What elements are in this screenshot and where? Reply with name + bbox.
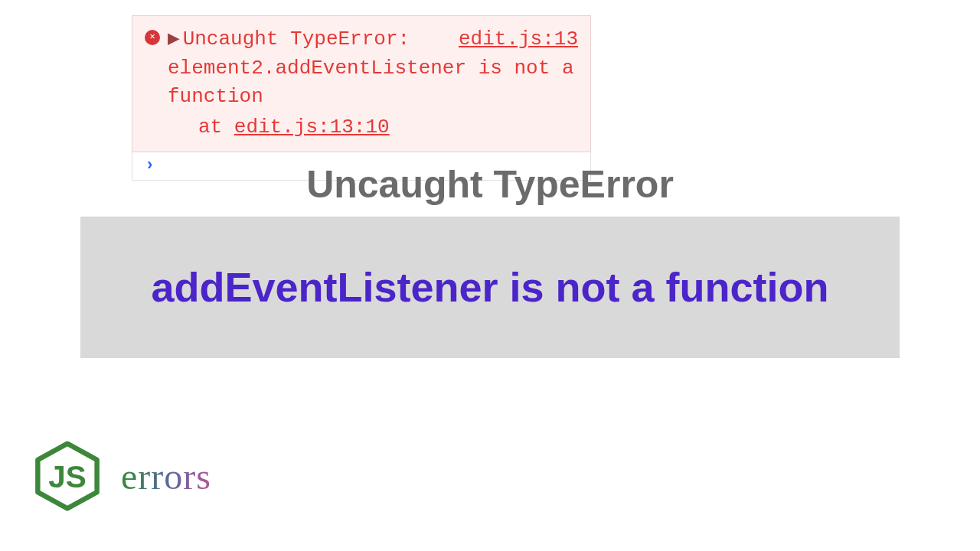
main-banner: addEventListener is not a function xyxy=(80,217,900,358)
console-error-panel: ▶Uncaught TypeError: edit.js:13 element2… xyxy=(132,15,591,152)
error-message: ▶Uncaught TypeError: edit.js:13 element2… xyxy=(168,25,578,142)
error-first-line: ▶Uncaught TypeError: edit.js:13 xyxy=(168,25,578,54)
expand-arrow-icon[interactable]: ▶ xyxy=(168,28,180,51)
logo-label: errors xyxy=(121,455,211,497)
subtitle-text: Uncaught TypeError xyxy=(0,162,980,207)
logo-row: JS errors xyxy=(32,441,211,511)
svg-text:JS: JS xyxy=(48,459,87,494)
error-source-link[interactable]: edit.js:13 xyxy=(459,25,578,54)
error-body-line-3: function xyxy=(168,83,578,112)
error-stack-trace: at edit.js:13:10 xyxy=(168,113,578,142)
error-body-line-2: element2.addEventListener is not a xyxy=(168,54,578,83)
js-logo-icon: JS xyxy=(32,441,103,511)
console-error-row: ▶Uncaught TypeError: edit.js:13 element2… xyxy=(145,25,578,142)
error-type-label: Uncaught TypeError: xyxy=(183,28,410,51)
error-header: ▶Uncaught TypeError: xyxy=(168,25,410,54)
trace-link[interactable]: edit.js:13:10 xyxy=(234,116,390,139)
banner-text: addEventListener is not a function xyxy=(151,262,828,314)
error-icon xyxy=(145,30,160,45)
trace-at: at xyxy=(198,116,234,139)
